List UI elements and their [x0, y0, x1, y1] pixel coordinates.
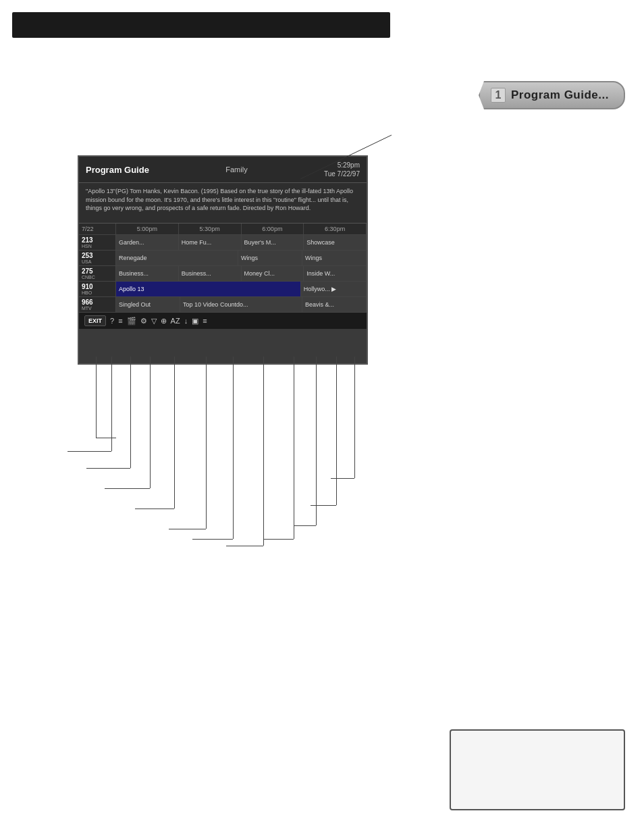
ann-line-8 — [263, 357, 264, 546]
toolbar-list-icon[interactable]: ≡ — [203, 317, 207, 325]
ann-hline-8 — [226, 546, 263, 546]
guide-time: 5:29pm — [324, 161, 360, 170]
toolbar-help-icon[interactable]: ? — [110, 317, 114, 325]
bottom-info-box — [450, 729, 625, 810]
ann-line-10 — [316, 357, 317, 525]
time-slot-3: 6:00pm — [242, 224, 304, 234]
channel-id-213: 213 HSN — [79, 235, 116, 250]
channel-row-275: 275 CNBC Business... Business... Money C… — [79, 266, 367, 282]
channel-num: 253 — [82, 252, 113, 259]
time-header-row: 7/22 5:00pm 5:30pm 6:00pm 6:30pm — [79, 224, 367, 235]
ann-hline-exit — [96, 438, 116, 438]
guide-toolbar: EXIT ? ≡ 🎬 ⚙ ▽ ⊕ AZ ↓ ▣ ≡ — [79, 313, 367, 329]
program-cell[interactable]: Buyer's M... — [242, 235, 304, 250]
toolbar-az-icon[interactable]: AZ — [171, 317, 180, 325]
channel-call: HSN — [82, 244, 113, 249]
program-cell-wings1[interactable]: Wings — [238, 251, 302, 265]
toolbar-movie-icon[interactable]: 🎬 — [127, 317, 136, 325]
ann-hline-7 — [192, 539, 233, 540]
program-cell-top10[interactable]: Top 10 Video Countdo... — [180, 297, 302, 312]
channel-call: USA — [82, 259, 113, 264]
ann-line-exit — [96, 357, 97, 438]
guide-channel-name: Family — [225, 165, 247, 174]
channel-row-253: 253 USA Renegade Wings Wings — [79, 251, 367, 266]
program-cell[interactable]: Showcase — [304, 235, 367, 250]
time-slot-2: 5:30pm — [179, 224, 242, 234]
ann-line-12 — [354, 357, 355, 478]
ann-hline-10 — [294, 525, 316, 526]
ann-line-6 — [206, 357, 207, 529]
channel-num: 275 — [82, 267, 113, 275]
program-cell-wings2[interactable]: Wings — [302, 251, 367, 265]
guide-date: Tue 7/22/97 — [324, 170, 360, 178]
ann-line-5 — [174, 357, 175, 509]
ann-hline-4 — [105, 488, 150, 489]
ann-line-11 — [336, 357, 337, 505]
program-cell-inside[interactable]: Inside W... — [304, 266, 367, 281]
program-cell-business1[interactable]: Business... — [116, 266, 179, 281]
guide-description: "Apollo 13"(PG) Tom Hanks, Kevin Bacon. … — [79, 183, 367, 224]
guide-title: Program Guide — [86, 165, 149, 175]
toolbar-circle-icon[interactable]: ⊕ — [161, 317, 167, 325]
channel-id-275: 275 CNBC — [79, 266, 116, 281]
program-guide-number: 1 — [491, 88, 506, 103]
toolbar-down-icon[interactable]: ↓ — [184, 317, 188, 325]
program-cell-business2[interactable]: Business... — [179, 266, 242, 281]
channel-call: MTV — [82, 306, 113, 311]
channel-call: CNBC — [82, 275, 113, 280]
toolbar-grid-icon[interactable]: ▣ — [192, 317, 198, 325]
channel-num: 910 — [82, 283, 113, 290]
guide-header: Program Guide Family 5:29pm Tue 7/22/97 — [79, 157, 367, 183]
program-cell-singled[interactable]: Singled Out — [116, 297, 180, 312]
guide-datetime: 5:29pm Tue 7/22/97 — [324, 161, 360, 178]
channel-id-253: 253 USA — [79, 251, 116, 265]
ann-hline-az — [263, 539, 294, 540]
toolbar-menu-icon[interactable]: ≡ — [118, 317, 122, 325]
channel-row-213: 213 HSN Garden... Home Fu... Buyer's M..… — [79, 235, 367, 251]
program-cell-hollywo[interactable]: Hollywo... ▶ — [301, 282, 367, 296]
program-cell-beavis[interactable]: Beavis &... — [302, 297, 367, 312]
top-bar — [12, 12, 390, 38]
time-slot-1: 5:00pm — [116, 224, 179, 234]
channel-call: HBO — [82, 290, 113, 295]
program-cell-money[interactable]: Money Cl... — [242, 266, 304, 281]
channel-id-966: 966 MTV — [79, 297, 116, 312]
ann-hline-6 — [169, 529, 206, 529]
ann-line-3 — [130, 357, 131, 468]
channel-num: 966 — [82, 298, 113, 306]
ann-line-az — [294, 357, 294, 539]
program-cell-renegade[interactable]: Renegade — [116, 251, 238, 265]
toolbar-exit[interactable]: EXIT — [84, 315, 106, 326]
program-guide-screenshot: Program Guide Family 5:29pm Tue 7/22/97 … — [78, 155, 368, 365]
program-guide-button[interactable]: 1 Program Guide... — [479, 81, 625, 109]
ann-hline-5 — [135, 509, 174, 509]
time-date-col: 7/22 — [79, 224, 116, 234]
ann-hline-11 — [311, 505, 336, 506]
ann-hline-3 — [86, 468, 130, 469]
ann-line-4 — [150, 357, 151, 488]
toolbar-filter-icon[interactable]: ▽ — [151, 317, 157, 325]
channel-row-966: 966 MTV Singled Out Top 10 Video Countdo… — [79, 297, 367, 313]
ann-hline-12 — [331, 478, 354, 479]
channel-row-910: 910 HBO Apollo 13 Hollywo... ▶ — [79, 282, 367, 297]
program-guide-label: Program Guide... — [511, 88, 609, 102]
program-cell-apollo[interactable]: Apollo 13 — [116, 282, 301, 296]
time-slot-4: 6:30pm — [304, 224, 367, 234]
channel-id-910: 910 HBO — [79, 282, 116, 296]
ann-line-help — [111, 357, 112, 451]
program-cell[interactable]: Garden... — [116, 235, 179, 250]
ann-line-7 — [233, 357, 234, 539]
ann-hline-help — [68, 451, 111, 452]
program-cell[interactable]: Home Fu... — [179, 235, 242, 250]
channel-num: 213 — [82, 236, 113, 244]
toolbar-settings-icon[interactable]: ⚙ — [140, 317, 147, 325]
